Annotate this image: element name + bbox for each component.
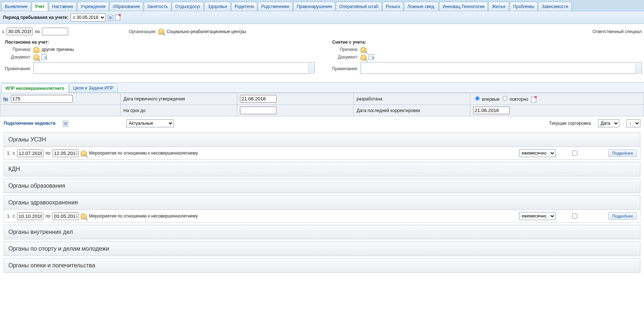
doc-icon[interactable] <box>108 15 113 21</box>
opt-first-label[interactable]: впервые <box>473 97 499 102</box>
tab-4[interactable]: Образование <box>110 2 143 11</box>
org-name: Социально-реабилитационные центры <box>166 29 246 34</box>
row-checkbox[interactable] <box>572 214 577 219</box>
agency-head[interactable]: Органы УСЗН <box>4 132 640 147</box>
ved-title: Подключение ведомств <box>4 121 56 126</box>
folder-lookup-icon[interactable] <box>361 56 366 60</box>
period-select[interactable]: с 30.05.2016 <box>71 13 106 21</box>
row-to-input[interactable] <box>52 149 79 157</box>
opt-repeat-label[interactable]: повторно <box>501 97 529 102</box>
first-date-label: Дата первичного утверждения <box>121 93 237 105</box>
tab-6[interactable]: Отдых/досуг <box>172 2 204 11</box>
form-area: с по Организация: Социально-реабилитацио… <box>0 24 644 82</box>
tab-15[interactable]: Жилье <box>488 2 509 11</box>
last-date-input[interactable] <box>473 107 510 114</box>
agency-block: Органы здравоохранения1.споМероприятия п… <box>4 195 640 223</box>
agency-row: 1.споМероприятия по отношению к несоверш… <box>4 210 640 223</box>
from-date-input[interactable] <box>7 28 33 35</box>
org-label: Организация: <box>127 29 156 34</box>
agency-head[interactable]: Органы внутренних дел <box>4 225 640 239</box>
tab-17[interactable]: Зависимости <box>538 2 572 11</box>
agency-block: КДН <box>4 162 640 176</box>
note-off-label: Примечание: <box>329 66 358 71</box>
tab-0[interactable]: Выявление <box>1 2 31 11</box>
tab-10[interactable]: Правонарушения <box>293 2 335 11</box>
row-from-input[interactable] <box>17 212 43 220</box>
dev-label: разработана <box>354 93 470 105</box>
tab-2[interactable]: Наставник <box>49 2 76 11</box>
reason-label: Причина: <box>2 47 31 52</box>
agency-head[interactable]: Органы опеки и попечительства <box>4 258 640 273</box>
row-from-l: с <box>13 151 15 156</box>
ved-bar: Подключение ведомств Актуальные Текущая … <box>0 116 644 130</box>
folder-lookup-icon[interactable] <box>81 215 87 219</box>
detail-button[interactable]: Подробнее <box>608 149 637 157</box>
detail-button[interactable]: Подробнее <box>608 212 637 220</box>
tab-7[interactable]: Здоровье <box>204 2 231 11</box>
folder-lookup-icon[interactable] <box>81 152 87 156</box>
sort-field-select[interactable]: Дата <box>598 119 619 127</box>
row-from-input[interactable] <box>17 149 43 157</box>
agency-block: Органы образования <box>4 179 640 193</box>
sort-label: Текущая сортировка <box>549 121 591 126</box>
row-to-l: по <box>46 214 50 219</box>
main-tabs: ВыявлениеУчетНаставникУчрежденияОбразова… <box>0 0 644 11</box>
responsible-label: Ответственный специал <box>593 29 642 34</box>
row-freq-select[interactable]: ежемесячно <box>519 149 555 157</box>
period-label: Период пребывания на учете: <box>3 15 68 20</box>
term-label: На срок до <box>121 105 237 116</box>
agency-block: Органы внутренних дел <box>4 225 640 239</box>
doc-edit-icon[interactable] <box>369 54 374 60</box>
doc-edit-icon[interactable] <box>42 54 47 60</box>
register-on-title: Постановка на учет: <box>5 40 315 45</box>
subtab-1[interactable]: Цели и Задачи ИПР <box>69 83 118 92</box>
term-input[interactable] <box>240 107 276 114</box>
first-date-input[interactable] <box>240 95 276 103</box>
tab-8[interactable]: Родители <box>231 2 257 11</box>
to-date-input[interactable] <box>42 28 68 35</box>
opt-first-radio[interactable] <box>475 96 480 101</box>
note-off-textarea[interactable] <box>361 62 642 74</box>
agency-head[interactable]: Органы здравоохранения <box>4 195 640 210</box>
subtab-0[interactable]: ИПР несовершеннолетнего <box>1 84 68 93</box>
note-label: Примечание: <box>2 66 31 71</box>
num-input[interactable] <box>11 95 73 103</box>
period-bar: Период пребывания на учете: с 30.05.2016 <box>0 11 644 24</box>
tab-9[interactable]: Родственники <box>258 2 292 11</box>
tab-11[interactable]: Оперативный штаб <box>336 2 382 11</box>
tab-14[interactable]: Инновац.Технологии <box>439 2 488 11</box>
opt-repeat-radio[interactable] <box>503 96 507 101</box>
agency-block: Органы опеки и попечительства <box>4 258 640 273</box>
tab-5[interactable]: Занятость <box>144 2 171 11</box>
row-num: 1. <box>7 214 11 219</box>
agency-head[interactable]: КДН <box>4 162 640 176</box>
agency-block: Органы УСЗН1.споМероприятия по отношению… <box>4 132 640 160</box>
sort-dir-select[interactable]: ↓ <box>627 119 640 127</box>
row-to-input[interactable] <box>52 212 79 220</box>
sub-tabs: ИПР несовершеннолетнегоЦели и Задачи ИПР <box>0 82 644 93</box>
delete-doc-icon[interactable] <box>115 15 120 20</box>
tab-12[interactable]: Розыск <box>382 2 403 11</box>
row-from-l: с <box>13 214 15 219</box>
folder-icon[interactable] <box>34 48 39 53</box>
row-to-l: по <box>46 151 50 156</box>
tab-3[interactable]: Учреждения <box>77 2 109 11</box>
row-freq-select[interactable]: ежемесячно <box>519 212 555 220</box>
doc-icon[interactable] <box>63 121 68 127</box>
ipr-grid: № Дата первичного утверждения разработан… <box>0 93 644 116</box>
ved-filter-select[interactable]: Актуальные <box>126 119 174 127</box>
agency-head[interactable]: Органы по спорту и делам молодежи <box>4 242 640 256</box>
folder-lookup-icon[interactable] <box>361 48 366 53</box>
agency-head[interactable]: Органы образования <box>4 179 640 193</box>
row-checkbox[interactable] <box>572 151 577 156</box>
folder-lookup-icon[interactable] <box>34 56 39 60</box>
row-desc: Мероприятия по отношению к несовершеннол… <box>89 151 198 156</box>
tab-1[interactable]: Учет <box>32 2 48 11</box>
num-link[interactable]: № <box>3 96 8 101</box>
tab-13[interactable]: Ложные свед. <box>404 2 439 11</box>
row-num: 1. <box>7 151 11 156</box>
note-on-textarea[interactable] <box>34 62 315 74</box>
delete-doc-icon[interactable] <box>531 97 536 103</box>
folder-lookup-icon[interactable] <box>158 30 164 35</box>
tab-16[interactable]: Проблемы <box>510 2 538 11</box>
